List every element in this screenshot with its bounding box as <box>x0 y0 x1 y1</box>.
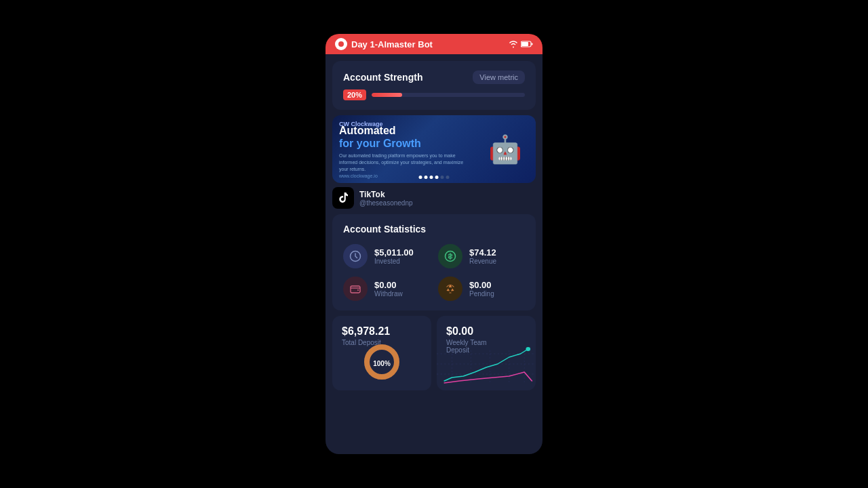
promotional-banner[interactable]: CW Clockwage Automated for your Growth O… <box>332 115 536 183</box>
pending-value: $0.00 <box>469 280 494 290</box>
status-icons <box>509 40 533 48</box>
account-strength-card: Account Strength View metric 20% <box>332 61 536 110</box>
donut-label: 100% <box>373 360 391 367</box>
stat-pending: $0.00 Pending <box>438 277 525 301</box>
account-statistics-card: Account Statistics $5,011.00 Invested <box>332 214 536 310</box>
wifi-icon <box>509 40 518 48</box>
banner-subtext: Our automated trading platform empowers … <box>339 152 468 172</box>
stat-revenue: $74.12 Revenue <box>438 244 525 268</box>
banner-dot-6 <box>446 176 450 179</box>
invested-value: $5,011.00 <box>374 247 414 258</box>
weekly-deposit-value: $0.00 <box>446 325 526 338</box>
account-strength-title: Account Strength <box>343 72 422 83</box>
progress-label: 20% <box>343 89 366 100</box>
banner-dot-4 <box>435 176 439 179</box>
tiktok-section: TikTok @theseasonednp <box>332 187 536 209</box>
pending-label: Pending <box>469 290 494 298</box>
total-deposit-value: $6,978.21 <box>342 325 422 338</box>
banner-headline-line2: for your Growth <box>339 138 421 149</box>
banner-dot-5 <box>441 176 444 179</box>
svg-rect-1 <box>521 42 528 46</box>
svg-point-6 <box>357 289 359 291</box>
revenue-label: Revenue <box>469 258 496 265</box>
revenue-value: $74.12 <box>469 247 496 258</box>
battery-icon <box>521 41 533 47</box>
bottom-cards-row: $6,978.21 Total Deposit 100% $0.00 Weekl… <box>332 316 536 390</box>
revenue-details: $74.12 Revenue <box>469 247 496 265</box>
progress-bar-track <box>372 93 525 97</box>
tiktok-username: @theseasonednp <box>359 199 413 207</box>
tiktok-info: TikTok @theseasonednp <box>359 190 413 207</box>
withdraw-value: $0.00 <box>374 280 403 290</box>
record-icon <box>335 38 347 50</box>
status-bar: Day 1-Almaster Bot <box>326 34 542 54</box>
tiktok-logo-svg <box>336 191 350 205</box>
pending-details: $0.00 Pending <box>469 280 494 298</box>
banner-robot-image: 🤖 <box>475 115 536 183</box>
withdraw-details: $0.00 Withdraw <box>374 280 403 298</box>
dollar-icon <box>438 244 462 268</box>
banner-pagination-dots <box>419 176 450 179</box>
svg-rect-5 <box>351 286 360 293</box>
stats-grid: $5,011.00 Invested $74.12 Revenue <box>343 244 525 301</box>
recycle-icon <box>438 277 462 301</box>
withdraw-label: Withdraw <box>374 290 403 298</box>
progress-container: 20% <box>343 89 525 100</box>
invested-details: $5,011.00 Invested <box>374 247 414 265</box>
account-statistics-title: Account Statistics <box>343 224 525 235</box>
banner-dot-2 <box>425 176 428 179</box>
donut-chart-container: 100% <box>361 342 402 385</box>
main-content: Account Strength View metric 20% CW Cloc… <box>326 54 542 454</box>
view-metric-button[interactable]: View metric <box>473 70 525 84</box>
banner-headline: Automated for your Growth <box>339 124 468 150</box>
banner-dot-1 <box>419 176 422 179</box>
weekly-team-deposit-card: $0.00 Weekly TeamDeposit <box>437 316 536 390</box>
svg-rect-2 <box>532 43 533 45</box>
stat-invested: $5,011.00 Invested <box>343 244 430 268</box>
svg-point-17 <box>526 347 530 351</box>
cw-logo: CW Clockwage <box>339 121 383 127</box>
total-deposit-card: $6,978.21 Total Deposit 100% <box>332 316 431 390</box>
mini-line-chart <box>437 344 536 388</box>
line-chart-svg <box>437 344 536 388</box>
app-title: Day 1-Almaster Bot <box>351 39 505 49</box>
tiktok-label: TikTok <box>359 190 413 199</box>
stat-withdraw: $0.00 Withdraw <box>343 277 430 301</box>
wallet-icon <box>343 277 368 301</box>
clock-icon <box>343 244 368 268</box>
progress-bar-fill <box>372 93 402 97</box>
invested-label: Invested <box>374 258 414 265</box>
banner-dot-3 <box>430 176 433 179</box>
tiktok-icon <box>332 187 354 209</box>
